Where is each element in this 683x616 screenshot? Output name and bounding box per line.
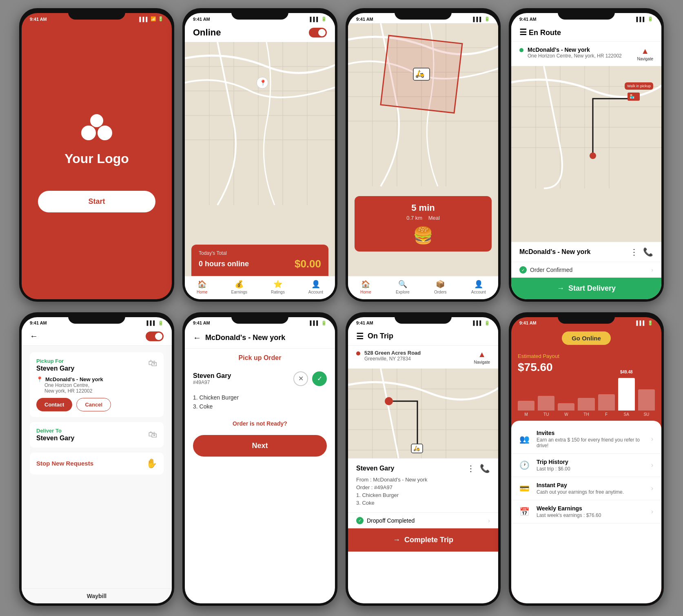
status-icons: ▌▌▌ 🔋 [473, 16, 490, 22]
order-confirmed-row[interactable]: ✓ Order Confirmed › [511, 262, 661, 278]
label: Account [471, 290, 486, 294]
phone-icon[interactable]: 📞 [480, 464, 490, 473]
navigate-label: Navigate [637, 57, 653, 61]
chevron-right-icon: › [651, 508, 653, 515]
notch [558, 8, 615, 20]
reject-button[interactable]: ✕ [293, 371, 308, 386]
earnings-header: Go Online [511, 327, 661, 349]
signal-icon: ▌▌▌ [636, 17, 646, 22]
navigate-button[interactable]: ▲ Navigate [637, 46, 653, 61]
invites-title: Invites [537, 430, 651, 436]
ratings-icon: ⭐ [273, 280, 282, 289]
start-delivery-button[interactable]: → Start Delivery [511, 278, 661, 299]
account-icon: 👤 [311, 280, 320, 289]
svg-point-48 [385, 397, 393, 405]
restaurant-address: One Horizon Centre, New york, HR 122002 [528, 53, 622, 59]
signal-icon: ▌▌▌ [473, 320, 483, 325]
category: Meal [428, 215, 440, 221]
nav-home[interactable]: 🏠 Home [360, 280, 371, 294]
more-icon[interactable]: ⋮ [467, 464, 475, 473]
battery-icon: 🔋 [158, 16, 164, 22]
signal-icon: ▌▌▌ [473, 17, 483, 22]
nav-earnings-label: Earnings [231, 290, 247, 294]
weekly-content: Weekly Earnings Last week's earnings : $… [537, 505, 651, 518]
waybill-toggle[interactable] [146, 331, 164, 341]
navigate-label: Navigate [474, 360, 490, 364]
deliver-name: Steven Gary [36, 435, 74, 442]
invites-subtitle: Earn an extra $ 150 for every friend you… [537, 437, 651, 448]
customer-name: Steven Gary [193, 372, 231, 380]
meal-icon: 🍔 [363, 226, 483, 245]
earnings-item-weekly[interactable]: 📅 Weekly Earnings Last week's earnings :… [511, 500, 661, 523]
hamburger-icon[interactable]: ☰ [356, 331, 364, 341]
notch [395, 8, 452, 20]
destination-info: McDonald's - New york One Horizon Centre… [511, 42, 661, 66]
nav-home-label: Home [197, 290, 208, 294]
nav-earnings[interactable]: 💰 Earnings [231, 280, 247, 294]
phone-waybill: 9:41 AM ▌▌▌ 🔋 ← Pickup For Steven Gary [19, 312, 174, 606]
check-circle-icon: ✓ [356, 517, 364, 524]
arrow-right-icon: → [393, 536, 400, 544]
earnings-item-invites[interactable]: 👥 Invites Earn an extra $ 150 for every … [511, 425, 661, 454]
trip-destination: 528 Green Acres Road Greenville, NY 2783… [348, 346, 498, 369]
earnings-item-trip-history[interactable]: 🕐 Trip History Last trip : $6.00 › [511, 454, 661, 477]
nav-orders[interactable]: 📦 Orders [434, 280, 447, 294]
instant-pay-icon: 💳 [519, 484, 532, 493]
contact-button[interactable]: Contact [36, 398, 72, 411]
go-online-button[interactable]: Go Online [562, 331, 611, 345]
map-view: 📍 Today's Total 0 hours online $0.00 [185, 42, 335, 276]
chart-area: Estimated Payout $75.60 M TU W TH F [511, 349, 661, 421]
notch [231, 8, 288, 20]
hamburger-icon[interactable]: ☰ [519, 28, 527, 37]
battery-icon: 🔋 [648, 320, 653, 326]
signal-icon: ▌▌▌ [147, 320, 156, 325]
restaurant-actions: ⋮ 📞 [630, 247, 653, 257]
svg-text:🏪: 🏪 [630, 94, 635, 99]
hand-icon: ✋ [146, 458, 157, 469]
stop-requests-label[interactable]: Stop New Requests [36, 460, 93, 467]
notch [68, 312, 125, 324]
back-icon[interactable]: ← [30, 331, 38, 341]
signal-icon: ▌▌▌ [310, 320, 319, 325]
back-icon[interactable]: ← [193, 333, 201, 342]
today-amount: $0.00 [295, 258, 321, 270]
phone-on-trip: 9:41 AM ▌▌▌ 🔋 ☰ On Trip 528 Green Acres … [346, 312, 501, 606]
day-sun: SU [638, 412, 655, 417]
online-toggle[interactable] [309, 28, 327, 38]
more-icon[interactable]: ⋮ [630, 247, 638, 257]
splash-content: Your Logo Start [22, 23, 172, 299]
waybill-bottom: Waybill [22, 588, 172, 603]
nav-account[interactable]: 👤 Account [308, 280, 323, 294]
cancel-button[interactable]: Cancel [76, 398, 111, 411]
next-button[interactable]: Next [193, 435, 327, 457]
accept-button[interactable]: ✓ [312, 371, 327, 386]
day-sat: SA [618, 412, 635, 417]
nav-account[interactable]: 👤 Account [471, 280, 486, 294]
invites-content: Invites Earn an extra $ 150 for every fr… [537, 430, 651, 448]
dest-text: 528 Green Acres Road Greenville, NY 2783… [364, 350, 421, 362]
day-mon: M [518, 412, 534, 417]
weekly-subtitle: Last week's earnings : $76.60 [537, 512, 651, 518]
order-confirmed-label: Order Confirmed [530, 267, 572, 273]
header-title: On Trip [368, 332, 393, 340]
pickup-header: ← McDonald's - New york [185, 327, 335, 349]
dropoff-row[interactable]: ✓ Dropoff Completed › [348, 512, 498, 528]
start-button[interactable]: Start [38, 191, 155, 212]
complete-trip-button[interactable]: → Complete Trip [348, 528, 498, 552]
dest-details: McDonald's - New york One Horizon Centre… [528, 46, 622, 59]
bar-fri [598, 394, 615, 411]
bar-chart [518, 378, 655, 411]
home-icon: 🏠 [197, 280, 206, 289]
earnings-item-instant-pay[interactable]: 💳 Instant Pay Cash out your earnings for… [511, 477, 661, 500]
map-svg: 📍 [185, 42, 335, 276]
nav-ratings[interactable]: ⭐ Ratings [271, 280, 285, 294]
time: 9:41 AM [193, 17, 210, 22]
nav-home[interactable]: 🏠 Home [197, 280, 208, 294]
trip-customer-actions: ⋮ 📞 [467, 464, 490, 473]
phone-icon[interactable]: 📞 [643, 247, 653, 257]
battery-icon: 🔋 [321, 320, 327, 326]
navigate-button[interactable]: ▲ Navigate [474, 350, 490, 364]
nav-explore[interactable]: 🔍 Explore [396, 280, 410, 294]
signal-icon: ▌▌▌ [140, 17, 149, 22]
header-title: En Route [529, 29, 561, 37]
